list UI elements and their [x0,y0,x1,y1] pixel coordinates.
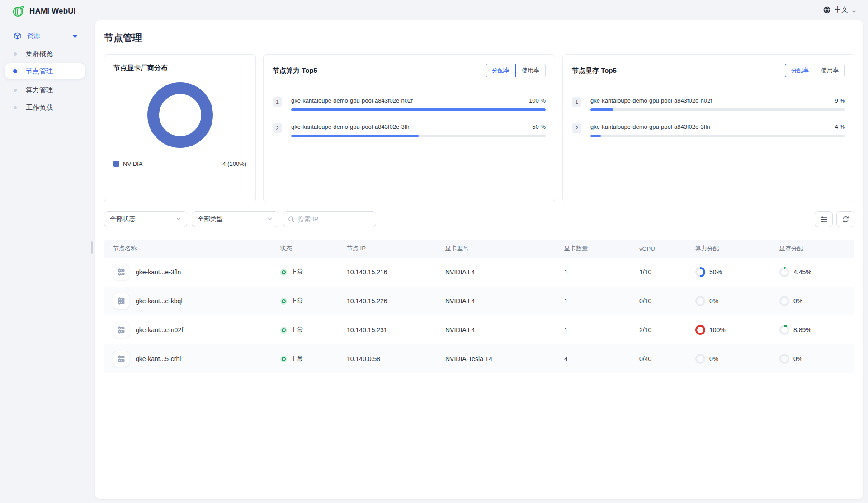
legend-label: NVIDIA [123,160,142,167]
search-input[interactable] [298,216,380,223]
node-name-link[interactable]: gke-kant...e-3fln [136,268,181,276]
stat-cards-row: 节点显卡厂商分布 NVIDIA 4 (100%) 节点算力 Top5 分配率 使… [104,54,854,202]
progress-fill [291,135,419,137]
rank-badge: 1 [572,97,581,107]
list-item: 1 gke-kantaloupe-demo-gpu-pool-a843f02e-… [572,97,845,111]
memory-card-title: 节点显存 Top5 [572,66,617,75]
column-header-status: 状态 [280,244,347,253]
language-selector[interactable]: 中文 [823,5,856,14]
status-filter-select[interactable]: 全部状态 [104,211,187,227]
compute-allocation-label: 0% [709,297,718,305]
allocation-rate-tab[interactable]: 分配率 [785,64,815,77]
memory-allocation-ring [779,267,789,277]
sidebar-divider [5,23,85,23]
node-icon [113,293,129,309]
gpu-count: 1 [564,326,639,334]
filter-row: 全部状态 全部类型 [104,211,854,227]
progress-track [291,108,546,111]
node-ip: 10.140.15.231 [347,326,445,334]
node-name-link[interactable]: gke-kant...e-kbql [136,297,183,305]
rank-badge: 2 [273,123,282,133]
vendor-distribution-card: 节点显卡厂商分布 NVIDIA 4 (100%) [104,54,256,202]
vgpu-value: 2/10 [639,326,695,334]
main-panel: 节点管理 节点显卡厂商分布 NVIDIA 4 (100%) 节点算力 Top5 [95,20,863,499]
column-header-compute-alloc: 算力分配 [695,244,779,253]
caret-down-icon [72,35,78,38]
tree-dot-icon [13,69,17,73]
search-icon [288,216,295,223]
node-name-link[interactable]: gke-kant...e-n02f [136,326,183,334]
memory-allocation-label: 0% [793,297,802,305]
legend-value: 4 (100%) [222,160,246,167]
list-item: 2 gke-kantaloupe-demo-gpu-pool-a843f02e-… [572,123,845,137]
sidebar-item-label: 节点管理 [26,67,53,75]
compute-allocation-ring [695,267,705,277]
type-filter-value: 全部类型 [198,215,223,223]
gpu-model: NVIDIA-Tesla T4 [445,355,564,362]
table-header: 节点名称 状态 节点 IP 显卡型号 显卡数量 vGPU 算力分配 显存分配 [104,240,854,258]
table-row[interactable]: gke-kant...5-crhi 正常 10.140.0.58 NVIDIA-… [104,344,854,373]
list-item: 1 gke-kantaloupe-demo-gpu-pool-a843f02e-… [273,97,546,111]
usage-rate-tab[interactable]: 使用率 [515,64,546,77]
column-header-ip: 节点 IP [347,244,445,253]
rank-badge: 1 [273,97,282,107]
gpu-count: 1 [564,297,639,305]
ip-search-box [283,211,376,227]
node-value: 50 % [532,123,546,130]
status-ok-icon [280,327,287,334]
column-settings-button[interactable] [815,211,833,227]
node-name: gke-kantaloupe-demo-gpu-pool-a843f02e-n0… [291,97,413,104]
node-value: 9 % [835,97,845,104]
sidebar-item-workloads[interactable]: 工作负载 [5,100,85,115]
vendor-legend-row[interactable]: NVIDIA 4 (100%) [113,160,246,167]
chevron-down-icon [852,8,856,12]
chevron-down-icon [176,216,181,223]
node-ip: 10.140.0.58 [347,355,445,362]
compute-allocation-ring [695,296,705,306]
gpu-count: 4 [564,355,639,362]
language-label: 中文 [835,5,848,14]
progress-track [590,108,845,111]
vgpu-value: 1/10 [639,268,695,276]
progress-track [291,135,546,137]
node-name-link[interactable]: gke-kant...5-crhi [136,355,181,362]
sidebar-group-label: 资源 [27,32,40,40]
rank-badge: 2 [572,123,581,133]
compute-allocation-ring [695,325,705,335]
memory-allocation-ring [779,296,789,306]
progress-fill [590,135,601,137]
sidebar-group-resources[interactable]: 资源 [0,28,95,43]
column-settings-icon [820,216,828,223]
node-ip: 10.140.15.226 [347,297,445,305]
page-title: 节点管理 [104,32,854,44]
table-row[interactable]: gke-kant...e-kbql 正常 10.140.15.226 NVIDI… [104,287,854,315]
compute-allocation-label: 100% [709,326,726,334]
node-name: gke-kantaloupe-demo-gpu-pool-a843f02e-3f… [590,123,710,130]
vendor-card-title: 节点显卡厂商分布 [113,64,246,72]
type-filter-select[interactable]: 全部类型 [192,211,278,227]
node-value: 100 % [529,97,546,104]
column-header-name: 节点名称 [104,244,280,253]
status-text: 正常 [291,326,303,334]
usage-rate-tab[interactable]: 使用率 [815,64,845,77]
memory-top5-card: 节点显存 Top5 分配率 使用率 1 gke-kantaloupe-demo-… [562,54,854,202]
progress-track [590,135,845,137]
node-icon [113,322,129,338]
sidebar-item-cluster-overview[interactable]: 集群概览 [5,46,85,61]
refresh-icon [842,216,849,223]
compute-allocation-label: 0% [709,355,718,362]
sidebar-item-node-management[interactable]: 节点管理 [5,63,85,79]
node-icon [113,351,129,367]
gpu-model: NVIDIA L4 [445,268,564,276]
sidebar-resize-handle[interactable] [91,241,93,254]
globe-icon [823,6,831,14]
allocation-rate-tab[interactable]: 分配率 [486,64,516,77]
sidebar-item-compute-management[interactable]: 算力管理 [5,82,85,98]
compute-rate-toggle: 分配率 使用率 [486,64,546,77]
refresh-button[interactable] [836,211,854,227]
donut-ring [147,82,213,148]
table-row[interactable]: gke-kant...e-n02f 正常 10.140.15.231 NVIDI… [104,315,854,344]
memory-allocation-ring [779,354,789,364]
tree-dot-icon [14,52,17,56]
table-row[interactable]: gke-kant...e-3fln 正常 10.140.15.216 NVIDI… [104,258,854,287]
